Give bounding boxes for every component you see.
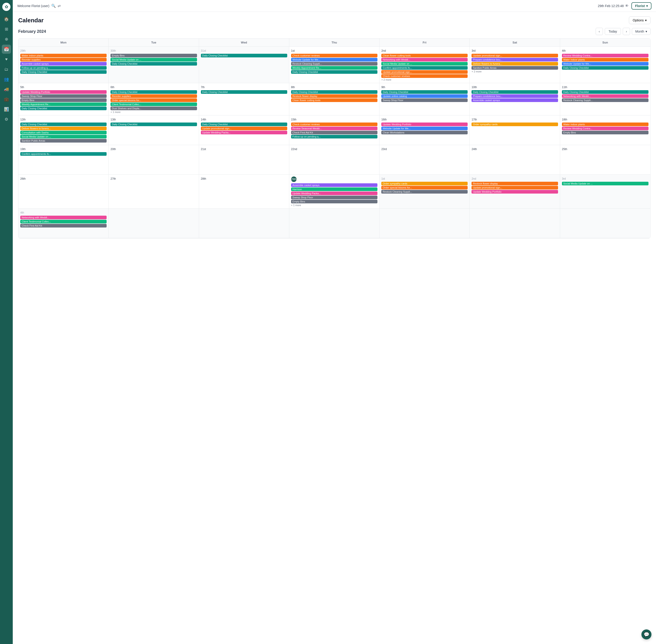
event-chip[interactable]: Sweep Shop Floor <box>381 98 468 102</box>
event-chip[interactable]: Website Update for We... <box>381 127 468 130</box>
calendar-cell[interactable]: 27th <box>109 175 199 209</box>
calendar-cell[interactable]: 8thDaily Closing ChecklistRestock flower… <box>289 83 380 115</box>
event-chip[interactable]: Assemble casket sprays <box>472 98 558 102</box>
calendar-cell[interactable]: 12thDaily Closing ChecklistDeliver flowe… <box>19 115 109 145</box>
calendar-cell[interactable]: 17thOrder sympathy cards <box>470 115 560 145</box>
sidebar-item-folders[interactable]: 🗂 <box>2 65 11 74</box>
event-chip[interactable]: Prepare condolence bou... <box>472 94 558 98</box>
sidebar-item-calendar[interactable]: 📅 <box>2 45 11 54</box>
event-chip[interactable]: Water indoor plants <box>562 122 649 126</box>
event-chip[interactable]: Daily Closing Checklist <box>381 90 468 94</box>
event-chip[interactable]: Consultation with Sasha <box>20 131 107 134</box>
event-chip[interactable]: Weekly Appointment Re... <box>20 102 107 106</box>
event-chip[interactable]: Daily Closing Checklist <box>201 122 287 126</box>
event-chip[interactable]: Update promotional sign... <box>472 54 558 58</box>
calendar-cell[interactable] <box>289 209 380 238</box>
calendar-cell[interactable] <box>560 209 650 238</box>
today-button[interactable]: Today <box>605 28 621 35</box>
calendar-cell[interactable]: 4thReview Wedding Contra...Water indoor … <box>560 47 650 83</box>
calendar-cell[interactable]: 23rd <box>380 145 470 175</box>
calendar-cell[interactable]: 2ndClean flower cutting toolsNetworking … <box>380 47 470 83</box>
event-chip[interactable]: Prepare condolence bou... <box>472 58 558 62</box>
event-chip[interactable]: Daily Closing Checklist <box>20 107 107 110</box>
calendar-cell[interactable]: 6thDaily Closing ChecklistReorder suppli… <box>109 83 199 115</box>
event-chip[interactable]: Weekly Appointment Re... <box>291 66 378 70</box>
event-chip[interactable]: Restock Cleaning Suppli... <box>381 190 468 193</box>
event-chip[interactable]: Empty Bins <box>562 131 649 134</box>
sidebar-item-home[interactable]: 🏠 <box>2 15 11 24</box>
calendar-cell[interactable]: 30thEmpty BinsSocial Media Update on ...… <box>109 47 199 83</box>
calendar-cell[interactable]: 20th <box>109 145 199 175</box>
event-chip[interactable]: Restock flower display <box>291 94 378 98</box>
event-chip[interactable]: Confirm appointments fo... <box>381 66 468 70</box>
event-chip[interactable]: Follow-up on pending q... <box>291 135 378 138</box>
event-chip[interactable]: Check First Aid Kit <box>20 224 107 228</box>
event-chip[interactable]: Deliver flowers to funera... <box>472 62 558 66</box>
app-logo[interactable]: ✿ <box>2 3 10 11</box>
calendar-cell[interactable]: 19thConfirm appointments fo... <box>19 145 109 175</box>
event-chip[interactable]: Update Wedding Packa... <box>291 191 378 195</box>
event-chip[interactable]: Daily Closing Checklist <box>111 90 197 94</box>
event-chip[interactable]: Daily Closing Checklist <box>472 90 558 94</box>
event-chip[interactable]: Check customer reviews <box>381 74 468 78</box>
event-chip[interactable]: Daily Closing Checklist <box>562 66 649 70</box>
event-chip[interactable]: Dust Shelves and Displa... <box>111 107 197 110</box>
calendar-cell[interactable]: 3rdUpdate promotional sign...Prepare con… <box>470 47 560 83</box>
event-chip[interactable]: Update Wedding Portfolio <box>381 122 468 126</box>
sidebar-item-add[interactable]: ⊕ <box>2 34 11 44</box>
month-view-button[interactable]: Month ▾ <box>632 28 651 35</box>
sidebar-item-reports[interactable]: 📊 <box>2 105 11 114</box>
sidebar-item-dashboard[interactable]: ⊞ <box>2 25 11 34</box>
calendar-cell[interactable]: 4thNetworking with Weddi...Client Testim… <box>19 209 109 238</box>
calendar-cell[interactable]: 26th <box>19 175 109 209</box>
event-chip[interactable]: Update Wedding Packa... <box>201 131 287 134</box>
event-chip[interactable]: Daily Closing Checklist <box>201 90 287 94</box>
event-chip[interactable]: Order special blooms for... <box>381 186 468 189</box>
event-chip[interactable]: Order sympathy cards <box>472 122 558 126</box>
event-chip[interactable]: Water indoor plants <box>562 58 649 62</box>
event-chip[interactable]: Sanitize Public Areas <box>20 139 107 142</box>
calendar-cell[interactable]: 29thWater indoor plantsReorder suppliesA… <box>19 47 109 83</box>
calendar-cell[interactable]: 7thDaily Closing Checklist <box>199 83 289 115</box>
event-chip[interactable]: Confirm appointments fo... <box>20 152 107 156</box>
more-events-link[interactable]: + 1 more <box>111 111 197 113</box>
event-chip[interactable]: Clean flower cutting tools <box>291 98 378 102</box>
florist-dropdown[interactable]: Florist ▾ <box>631 2 652 9</box>
calendar-cell[interactable]: 11thDaily Closing ChecklistNetworking wi… <box>560 83 650 115</box>
calendar-cell[interactable]: 28th <box>199 175 289 209</box>
event-chip[interactable]: Restock Cleaning Suppli... <box>291 62 378 66</box>
event-chip[interactable]: Update promotional sign... <box>472 186 558 189</box>
event-chip[interactable]: Empty Bins <box>20 98 107 102</box>
calendar-cell[interactable]: 24th <box>470 145 560 175</box>
event-chip[interactable]: Daily Closing Checklist <box>562 90 649 94</box>
event-chip[interactable]: Website Update for We... <box>562 62 649 66</box>
calendar-cell[interactable]: 29thAssemble casket spraysHarrisonUpdate… <box>289 175 380 209</box>
calendar-cell[interactable]: 9thDaily Closing ChecklistUpdate online … <box>380 83 470 115</box>
event-chip[interactable]: Update promotional sign... <box>381 70 468 74</box>
sidebar-item-settings[interactable]: ⚙ <box>2 115 11 124</box>
event-chip[interactable]: Review Seasonal Weddi... <box>291 127 378 130</box>
calendar-cell[interactable]: 25th <box>560 145 650 175</box>
calendar-cell[interactable] <box>109 209 199 238</box>
event-chip[interactable]: Reorder supplies <box>111 94 197 98</box>
event-chip[interactable]: Harrison <box>291 187 378 191</box>
event-chip[interactable]: Social Media Update on ... <box>562 182 649 185</box>
refresh-icon[interactable]: ⇄ <box>58 4 61 8</box>
event-chip[interactable]: Order special blooms for... <box>111 98 197 102</box>
calendar-cell[interactable] <box>199 209 289 238</box>
event-chip[interactable]: Social Media Update on ... <box>20 135 107 138</box>
event-chip[interactable]: Check customer reviews <box>291 122 378 126</box>
calendar-cell[interactable]: 1stCheck customer reviewsWebsite Update … <box>289 47 380 83</box>
prev-month-button[interactable]: ‹ <box>596 28 603 35</box>
event-chip[interactable]: Water indoor plants <box>20 54 107 58</box>
event-chip[interactable]: Daily Closing Checklist <box>20 122 107 126</box>
more-events-link[interactable]: + 2 more <box>381 78 468 81</box>
event-chip[interactable]: Daily Closing Checklist <box>20 70 107 74</box>
event-chip[interactable]: Social Media Update on ... <box>111 58 197 62</box>
event-chip[interactable]: Networking with Weddi... <box>20 216 107 219</box>
calendar-cell[interactable]: 5thUpdate Wedding PortfolioSweep Shop Fl… <box>19 83 109 115</box>
calendar-cell[interactable]: 16thUpdate Wedding PortfolioWebsite Upda… <box>380 115 470 145</box>
calendar-cell[interactable]: 2ndRestock flower displayUpdate promotio… <box>470 175 560 209</box>
event-chip[interactable]: Update online catalog <box>381 94 468 98</box>
options-button[interactable]: Options ▾ <box>629 16 651 24</box>
